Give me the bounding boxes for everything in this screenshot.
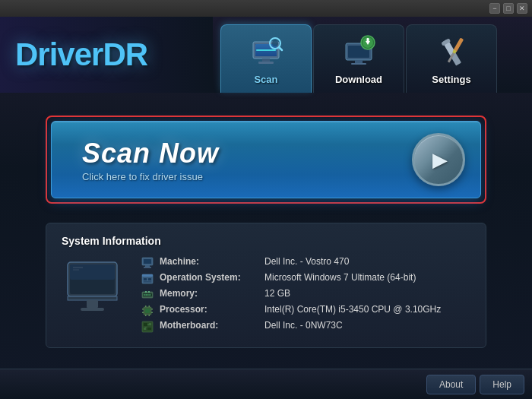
bottom-bar: About Help — [0, 369, 532, 399]
svg-rect-52 — [145, 315, 147, 316]
processor-label: Processor: — [160, 304, 258, 315]
svg-line-7 — [279, 47, 282, 50]
title-bar: − □ ✕ — [0, 0, 532, 17]
os-label: Operation System: — [160, 272, 258, 283]
system-details: Machine: Dell Inc. - Vostro 470 — [141, 256, 470, 336]
tab-download[interactable]: Download — [313, 24, 404, 93]
system-info-header: System Information — [62, 235, 470, 247]
os-icon — [141, 273, 154, 285]
scan-now-subtitle: Click here to fix driver issue — [82, 171, 203, 182]
svg-rect-54 — [142, 309, 144, 310]
svg-rect-32 — [144, 259, 151, 264]
monitor-icon — [62, 256, 130, 317]
header: DriverDR — [0, 17, 532, 93]
minimize-button[interactable]: − — [489, 3, 500, 14]
svg-rect-5 — [256, 49, 276, 51]
machine-icon — [141, 257, 154, 269]
svg-rect-62 — [147, 328, 151, 330]
motherboard-icon — [141, 321, 154, 333]
window-controls: − □ ✕ — [489, 3, 527, 14]
svg-rect-45 — [150, 294, 151, 296]
svg-rect-43 — [146, 294, 147, 296]
svg-rect-38 — [148, 278, 151, 280]
svg-rect-51 — [149, 306, 150, 307]
memory-label: Memory: — [160, 288, 258, 299]
svg-rect-34 — [144, 267, 151, 268]
machine-value: Dell Inc. - Vostro 470 — [264, 256, 349, 267]
motherboard-label: Motherboard: — [160, 320, 258, 331]
svg-rect-55 — [142, 312, 144, 314]
svg-rect-16 — [367, 38, 369, 43]
settings-tab-icon — [432, 33, 470, 71]
svg-rect-61 — [144, 328, 146, 330]
svg-rect-47 — [148, 291, 150, 293]
settings-tab-label: Settings — [432, 74, 470, 85]
tab-settings[interactable]: Settings — [406, 24, 497, 93]
svg-rect-44 — [147, 294, 149, 296]
processor-icon — [141, 305, 154, 317]
os-value: Microsoft Windows 7 Ultimate (64-bit) — [264, 272, 416, 283]
svg-rect-33 — [145, 265, 150, 267]
scan-now-button[interactable]: Scan Now Click here to fix driver issue — [51, 121, 481, 198]
scan-text-area: Scan Now Click here to fix driver issue — [82, 138, 219, 182]
memory-icon — [141, 289, 154, 301]
svg-rect-26 — [68, 296, 117, 300]
svg-rect-60 — [149, 323, 151, 325]
tab-scan[interactable]: Scan — [220, 24, 312, 93]
logo-area: DriverDR — [0, 17, 213, 93]
machine-label: Machine: — [160, 256, 258, 267]
scan-tab-icon — [247, 33, 285, 71]
app-logo: DriverDR — [15, 36, 147, 73]
svg-rect-50 — [145, 306, 147, 307]
svg-rect-56 — [151, 309, 153, 310]
info-row-processor: Processor: Intel(R) Core(TM) i5-3450 CPU… — [141, 304, 470, 317]
main-container: DriverDR — [0, 17, 532, 399]
maximize-button[interactable]: □ — [503, 3, 514, 14]
svg-rect-42 — [144, 294, 145, 296]
nav-tabs: Scan — [213, 17, 497, 93]
svg-rect-3 — [262, 59, 270, 62]
svg-rect-11 — [355, 60, 363, 63]
svg-rect-28 — [81, 308, 104, 311]
memory-value: 12 GB — [264, 288, 290, 299]
info-row-memory: Memory: 12 GB — [141, 288, 470, 301]
svg-rect-12 — [351, 63, 366, 65]
close-button[interactable]: ✕ — [517, 3, 527, 14]
about-button[interactable]: About — [426, 375, 476, 394]
svg-rect-59 — [144, 323, 147, 326]
svg-rect-36 — [142, 274, 153, 277]
info-row-motherboard: Motherboard: Dell Inc. - 0NW73C — [141, 320, 470, 333]
download-tab-icon — [340, 33, 378, 71]
svg-rect-58 — [142, 321, 153, 332]
scan-arrow-button[interactable] — [412, 133, 465, 186]
svg-rect-53 — [149, 315, 150, 316]
info-row-machine: Machine: Dell Inc. - Vostro 470 — [141, 256, 470, 269]
svg-rect-57 — [151, 312, 153, 314]
svg-rect-25 — [70, 264, 115, 280]
scan-now-title: Scan Now — [82, 138, 219, 169]
motherboard-value: Dell Inc. - 0NW73C — [264, 320, 343, 331]
content-area: Scan Now Click here to fix driver issue … — [0, 93, 532, 371]
download-tab-label: Download — [335, 74, 382, 85]
svg-point-8 — [272, 40, 278, 46]
svg-rect-46 — [145, 291, 147, 293]
svg-rect-27 — [87, 300, 98, 308]
scan-tab-label: Scan — [254, 74, 277, 85]
svg-rect-4 — [258, 62, 274, 64]
system-info-panel: System Information — [46, 223, 486, 348]
info-row-os: Operation System: Microsoft Windows 7 Ul… — [141, 272, 470, 285]
processor-value: Intel(R) Core(TM) i5-3450 CPU @ 3.10GHz — [264, 304, 441, 315]
svg-rect-39 — [144, 281, 151, 283]
svg-rect-37 — [144, 278, 147, 280]
system-info-content: Machine: Dell Inc. - Vostro 470 — [62, 256, 470, 336]
scan-button-wrapper: Scan Now Click here to fix driver issue — [46, 116, 486, 204]
svg-rect-49 — [145, 309, 150, 313]
help-button[interactable]: Help — [480, 375, 524, 394]
